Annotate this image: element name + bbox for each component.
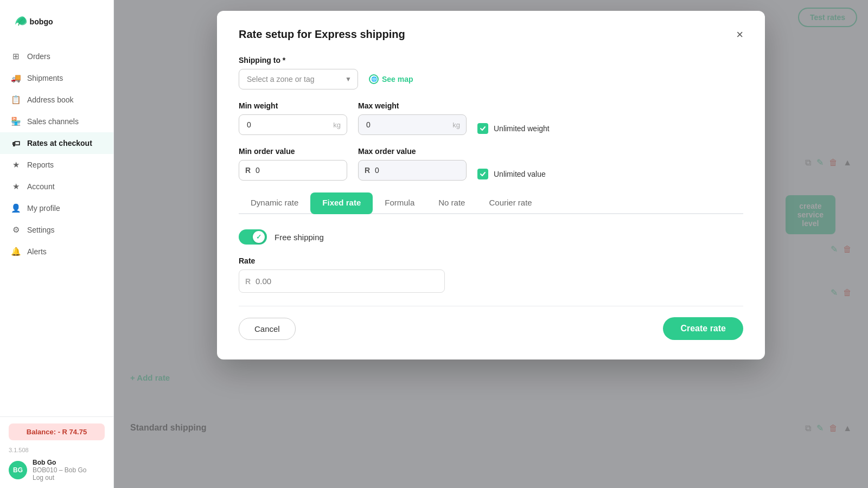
- min-weight-col: Min weight kg: [239, 101, 347, 135]
- modal-backdrop: Rate setup for Express shipping × Shippi…: [114, 0, 868, 488]
- unlimited-value-checkbox[interactable]: [477, 169, 488, 179]
- sidebar-item-address-book[interactable]: 📋 Address book: [0, 89, 113, 111]
- free-shipping-label: Free shipping: [275, 233, 324, 242]
- unlimited-value-label: Unlimited value: [494, 170, 546, 178]
- tab-courier-rate[interactable]: Courier rate: [477, 192, 544, 214]
- r-prefix-min: R: [245, 166, 251, 175]
- shipping-to-row: Select a zone or tag ▼ 🌐 See map: [239, 69, 743, 89]
- tab-formula[interactable]: Formula: [373, 192, 426, 214]
- svg-text:bobgo: bobgo: [30, 17, 54, 26]
- star-icon: ★: [11, 182, 21, 191]
- unlimited-value-row: Unlimited value: [477, 169, 546, 181]
- weight-row: Min weight kg Max weight kg: [239, 101, 743, 135]
- rate-tabs: Dynamic rate Fixed rate Formula No rate …: [239, 192, 743, 214]
- tag-icon: 🏷: [11, 138, 21, 148]
- sidebar-item-rates-at-checkout[interactable]: 🏷 Rates at checkout: [0, 132, 113, 154]
- tab-dynamic-rate[interactable]: Dynamic rate: [239, 192, 310, 214]
- unlimited-weight-label: Unlimited weight: [494, 124, 550, 133]
- truck-icon: 🚚: [11, 73, 21, 83]
- max-weight-input-wrap: kg: [358, 114, 467, 135]
- max-order-input[interactable]: [358, 160, 467, 181]
- kg-suffix-max: kg: [452, 121, 460, 129]
- sidebar-bottom: Balance: - R 74.75 3.1.508 BG Bob Go BOB…: [0, 416, 113, 488]
- min-order-input-wrap: R: [239, 160, 347, 181]
- see-map-link[interactable]: 🌐 See map: [369, 74, 413, 84]
- order-value-row: Min order value R Max order value R: [239, 147, 743, 181]
- sidebar-nav: ⊞ Orders 🚚 Shipments 📋 Address book 🏪 Sa…: [0, 41, 113, 416]
- unlimited-weight-row: Unlimited weight: [477, 123, 550, 135]
- book-icon: 📋: [11, 95, 21, 105]
- rate-section: Rate R: [239, 256, 743, 293]
- unlimited-weight-checkbox[interactable]: [477, 123, 488, 134]
- free-shipping-toggle[interactable]: ✓: [239, 229, 267, 245]
- modal-close-button[interactable]: ×: [736, 29, 743, 41]
- gear-icon: ⚙: [11, 225, 21, 235]
- modal-header: Rate setup for Express shipping ×: [239, 28, 743, 41]
- min-order-col: Min order value R: [239, 147, 347, 181]
- version-text: 3.1.508: [9, 447, 105, 453]
- sidebar-item-my-profile[interactable]: 👤 My profile: [0, 197, 113, 219]
- sidebar-item-alerts[interactable]: 🔔 Alerts: [0, 241, 113, 262]
- main-content: Test rates create service level ⧉ ✎ 🗑 ▲ …: [114, 0, 868, 488]
- avatar: BG: [9, 461, 27, 479]
- sidebar-item-settings[interactable]: ⚙ Settings: [0, 219, 113, 241]
- rate-label: Rate: [239, 256, 743, 265]
- logo-area: bobgo: [0, 0, 113, 41]
- modal-divider: [239, 306, 743, 306]
- max-weight-input[interactable]: [358, 114, 467, 135]
- cancel-button[interactable]: Cancel: [239, 318, 296, 340]
- logout-link[interactable]: Log out: [33, 474, 86, 481]
- sidebar-item-reports[interactable]: ★ Reports: [0, 154, 113, 176]
- min-order-input[interactable]: [239, 160, 347, 181]
- sidebar-item-account[interactable]: ★ Account: [0, 176, 113, 197]
- user-row: BG Bob Go BOB010 – Bob Go Log out: [9, 459, 105, 481]
- modal-title: Rate setup for Express shipping: [239, 28, 405, 41]
- toggle-check-icon: ✓: [256, 233, 261, 241]
- store-icon: 🏪: [11, 117, 21, 126]
- r-prefix-max: R: [365, 166, 370, 175]
- modal: Rate setup for Express shipping × Shippi…: [217, 11, 765, 359]
- globe-icon: 🌐: [369, 74, 379, 84]
- bell-icon: 🔔: [11, 247, 21, 256]
- max-order-label: Max order value: [358, 147, 467, 156]
- toggle-knob: ✓: [253, 231, 265, 243]
- zone-select[interactable]: Select a zone or tag: [239, 69, 358, 89]
- shipping-to-section: Shipping to * Select a zone or tag ▼ 🌐 S…: [239, 56, 743, 89]
- create-rate-button[interactable]: Create rate: [663, 317, 743, 340]
- sidebar-item-orders[interactable]: ⊞ Orders: [0, 46, 113, 67]
- max-order-col: Max order value R: [358, 147, 467, 181]
- tab-no-rate[interactable]: No rate: [426, 192, 477, 214]
- min-weight-input[interactable]: [239, 114, 347, 135]
- rate-prefix: R: [245, 277, 251, 286]
- sidebar: bobgo ⊞ Orders 🚚 Shipments 📋 Address boo…: [0, 0, 114, 488]
- min-weight-input-wrap: kg: [239, 114, 347, 135]
- free-shipping-toggle-row: ✓ Free shipping: [239, 229, 743, 245]
- max-order-input-wrap: R: [358, 160, 467, 181]
- chart-icon: ★: [11, 160, 21, 170]
- user-name: Bob Go: [33, 459, 86, 466]
- rate-input-wrap: R: [239, 269, 445, 293]
- rate-input[interactable]: [239, 269, 445, 293]
- shipping-to-label: Shipping to *: [239, 56, 743, 65]
- kg-suffix-min: kg: [333, 121, 341, 129]
- grid-icon: ⊞: [11, 52, 21, 61]
- zone-select-wrapper: Select a zone or tag ▼: [239, 69, 358, 89]
- sidebar-item-sales-channels[interactable]: 🏪 Sales channels: [0, 111, 113, 132]
- max-weight-col: Max weight kg: [358, 101, 467, 135]
- user-id: BOB010 – Bob Go: [33, 466, 86, 474]
- min-weight-label: Min weight: [239, 101, 347, 110]
- min-order-label: Min order value: [239, 147, 347, 156]
- rate-input-container: R: [239, 269, 445, 293]
- user-info: Bob Go BOB010 – Bob Go Log out: [33, 459, 86, 481]
- sidebar-item-shipments[interactable]: 🚚 Shipments: [0, 67, 113, 89]
- balance-badge: Balance: - R 74.75: [9, 423, 105, 440]
- modal-footer: Cancel Create rate: [239, 317, 743, 340]
- max-weight-label: Max weight: [358, 101, 467, 110]
- tab-fixed-rate[interactable]: Fixed rate: [310, 192, 373, 214]
- user-icon: 👤: [11, 203, 21, 213]
